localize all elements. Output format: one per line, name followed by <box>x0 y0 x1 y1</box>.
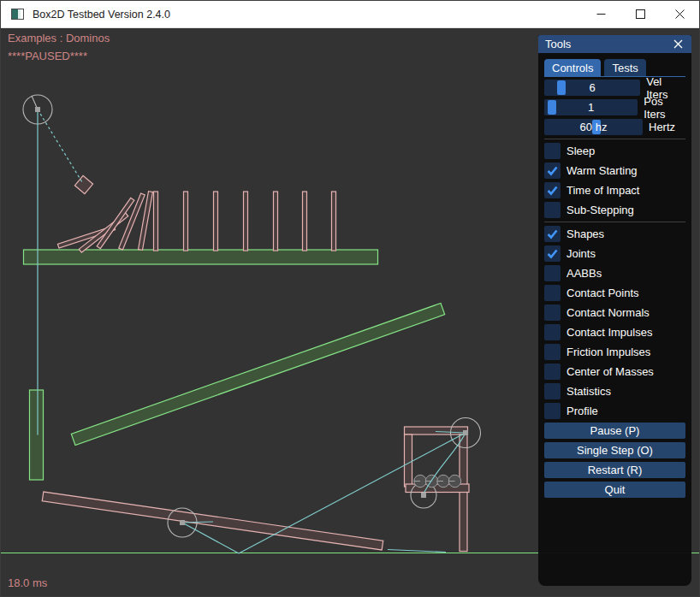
static-bodies-group <box>24 250 445 480</box>
checkbox-sub-stepping[interactable]: Sub-Stepping <box>544 202 685 218</box>
separator <box>544 139 685 139</box>
frame-top-bar <box>405 427 468 434</box>
joints-group <box>38 109 466 553</box>
checkbox-label: AABBs <box>567 267 602 280</box>
pos-iters-slider[interactable]: 1 <box>544 99 638 115</box>
checkbox-warm-starting[interactable]: Warm Starting <box>544 163 685 179</box>
checkbox-label: Center of Masses <box>567 365 654 378</box>
checkbox-box <box>544 285 561 301</box>
pendulum-joint-line <box>38 109 82 182</box>
hanging-plate <box>30 390 44 480</box>
tab-controls[interactable]: Controls <box>544 59 601 76</box>
app-window: Box2D Testbed Version 2.4.0 <box>0 0 700 597</box>
checkbox-label: Sleep <box>567 145 595 157</box>
checkbox-box <box>544 324 561 340</box>
checkbox-label: Shapes <box>567 228 604 240</box>
slider-value: 6 <box>544 80 640 96</box>
example-label: Examples : Dominos <box>8 32 110 44</box>
domino <box>244 192 248 251</box>
checkbox-center-of-masses[interactable]: Center of Masses <box>544 364 685 380</box>
checkbox-box <box>544 202 561 218</box>
restart-button[interactable]: Restart (R) <box>544 462 685 478</box>
tools-panel-title: Tools <box>545 38 571 50</box>
check-icon <box>546 228 559 240</box>
minimize-icon <box>596 9 606 19</box>
checkbox-box <box>544 344 561 360</box>
joint-anchor <box>35 107 40 112</box>
domino-shelf <box>24 250 378 264</box>
checkbox-label: Statistics <box>567 385 611 398</box>
single-step-button[interactable]: Single Step (O) <box>544 442 685 458</box>
checkbox-statistics[interactable]: Statistics <box>544 383 685 399</box>
checkbox-box <box>544 245 561 262</box>
dynamic-bodies-group <box>42 175 469 551</box>
checkbox-label: Contact Impulses <box>567 326 652 339</box>
check-icon <box>546 184 559 197</box>
checkbox-box <box>544 304 561 321</box>
client-area: Examples : Dominos ****PAUSED**** 18.0 m… <box>1 28 700 597</box>
panel-close-button[interactable] <box>671 38 685 51</box>
checkbox-label: Contact Normals <box>567 306 650 319</box>
window-title: Box2D Testbed Version 2.4.0 <box>33 9 170 21</box>
close-icon <box>675 9 685 19</box>
vel-iters-slider[interactable]: 6 <box>544 80 640 96</box>
tools-panel: Tools Controls Tests 6 Vel Iters <box>538 35 691 586</box>
hertz-slider[interactable]: 60 hz <box>544 119 643 135</box>
joint-anchor <box>180 520 185 525</box>
tab-tests[interactable]: Tests <box>604 59 645 76</box>
minimize-button[interactable] <box>581 1 620 27</box>
checkbox-contact-impulses[interactable]: Contact Impulses <box>544 324 685 340</box>
slider-label: Hertz <box>649 121 675 133</box>
checkbox-box <box>544 364 561 380</box>
checkbox-friction-impulses[interactable]: Friction Impulses <box>544 344 685 360</box>
slider-value: 60 hz <box>544 119 643 135</box>
domino <box>214 192 218 251</box>
checkbox-label: Time of Impact <box>567 184 639 197</box>
vel-iters-row: 6 Vel Iters <box>544 80 685 96</box>
checkbox-box <box>544 265 561 281</box>
checkbox-profile[interactable]: Profile <box>544 403 685 419</box>
check-icon <box>546 164 559 177</box>
checkbox-shapes[interactable]: Shapes <box>544 226 685 242</box>
domino <box>184 192 188 251</box>
slider-label: Pos Iters <box>644 95 685 121</box>
seesaw-plank <box>42 492 383 550</box>
separator <box>544 222 685 222</box>
checkbox-label: Warm Starting <box>567 164 638 177</box>
checkbox-box <box>544 226 561 242</box>
checkbox-box <box>544 143 561 159</box>
checkbox-label: Joints <box>567 247 596 260</box>
frame-right-post <box>460 434 467 552</box>
checkbox-box <box>544 163 561 179</box>
close-button[interactable] <box>660 1 699 27</box>
quit-button[interactable]: Quit <box>544 482 685 498</box>
checkbox-label: Contact Points <box>567 287 639 299</box>
domino <box>332 192 336 251</box>
checkbox-time-of-impact[interactable]: Time of Impact <box>544 182 685 198</box>
tools-panel-titlebar[interactable]: Tools <box>538 35 691 53</box>
window-titlebar: Box2D Testbed Version 2.4.0 <box>1 1 699 28</box>
checkbox-box <box>544 403 561 419</box>
checkbox-sleep[interactable]: Sleep <box>544 143 685 159</box>
checkbox-aabbs[interactable]: AABBs <box>544 265 685 281</box>
maximize-button[interactable] <box>620 1 660 27</box>
domino <box>303 192 307 251</box>
checkbox-joints[interactable]: Joints <box>544 245 685 262</box>
joint-line <box>239 433 466 553</box>
frame-left-post <box>405 434 412 487</box>
pos-iters-row: 1 Pos Iters <box>544 99 685 115</box>
ramp-plank <box>71 303 444 445</box>
pendulum-block <box>74 175 92 193</box>
joint-anchor <box>421 493 426 498</box>
joint-line <box>388 550 446 553</box>
checkbox-label: Friction Impulses <box>567 346 650 358</box>
pause-button[interactable]: Pause (P) <box>544 423 685 439</box>
joint-anchor <box>463 430 468 435</box>
checkbox-contact-normals[interactable]: Contact Normals <box>544 304 685 321</box>
checkbox-box <box>544 383 561 399</box>
hertz-row: 60 hz Hertz <box>544 119 685 135</box>
maximize-icon <box>636 9 645 19</box>
slider-value: 1 <box>544 99 638 115</box>
checkbox-contact-points[interactable]: Contact Points <box>544 285 685 301</box>
panel-close-icon <box>673 39 683 49</box>
